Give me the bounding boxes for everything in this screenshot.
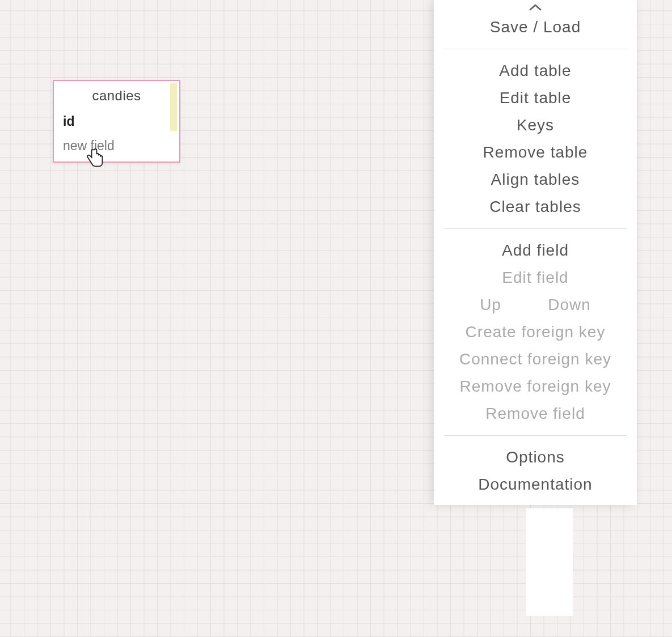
menu-remove-fk[interactable]: Remove foreign key	[434, 373, 637, 400]
menu-connect-fk[interactable]: Connect foreign key	[434, 346, 637, 373]
menu-edit-table[interactable]: Edit table	[434, 84, 637, 112]
field-highlight	[170, 83, 177, 131]
field-label: new field	[63, 138, 115, 154]
right-panel-blank	[526, 508, 573, 616]
db-table-candies[interactable]: candies id new field	[53, 80, 180, 163]
table-field-id[interactable]: id	[54, 109, 179, 134]
menu-up-down-row: Up Down	[434, 291, 637, 318]
menu-save-load[interactable]: Save / Load	[434, 14, 637, 41]
menu-separator	[444, 435, 627, 436]
menu-down[interactable]: Down	[548, 296, 591, 314]
menu-align-tables[interactable]: Align tables	[434, 166, 637, 193]
menu-clear-tables[interactable]: Clear tables	[434, 193, 637, 220]
menu-up[interactable]: Up	[480, 296, 501, 314]
menu-documentation[interactable]: Documentation	[434, 471, 637, 498]
menu-add-table[interactable]: Add table	[434, 57, 637, 84]
table-title[interactable]: candies	[54, 81, 179, 109]
menu-separator	[444, 228, 627, 229]
menu-keys[interactable]: Keys	[434, 112, 637, 139]
menu-edit-field[interactable]: Edit field	[434, 264, 637, 291]
chevron-up-icon	[528, 3, 543, 12]
sidebar-panel: Save / Load Add table Edit table Keys Re…	[434, 0, 637, 505]
menu-remove-field[interactable]: Remove field	[434, 400, 637, 427]
menu-add-field[interactable]: Add field	[434, 237, 637, 264]
table-field-new[interactable]: new field	[54, 134, 179, 162]
field-label: id	[63, 114, 74, 129]
menu-remove-table[interactable]: Remove table	[434, 139, 637, 166]
menu-options[interactable]: Options	[434, 444, 637, 471]
menu-separator	[444, 49, 627, 49]
collapse-button[interactable]	[434, 0, 637, 14]
menu-create-fk[interactable]: Create foreign key	[434, 318, 637, 346]
